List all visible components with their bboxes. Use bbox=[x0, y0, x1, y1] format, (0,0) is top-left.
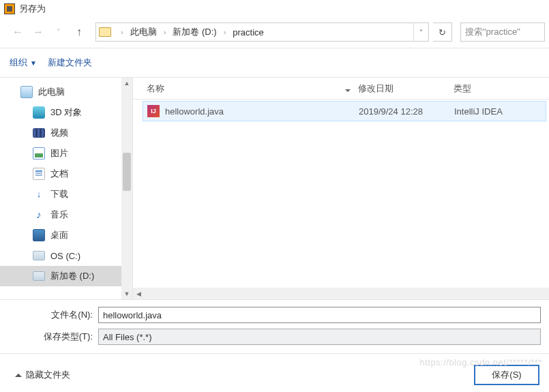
column-header-type[interactable]: 类型 bbox=[454, 82, 549, 95]
file-list-pane: 名称 修改日期 类型 IJ helloworld.java 2019/9/24 … bbox=[133, 78, 549, 299]
column-header-name[interactable]: 名称 bbox=[133, 82, 358, 95]
file-rows: IJ helloworld.java 2019/9/24 12:28 Intel… bbox=[133, 100, 549, 288]
scroll-thumb[interactable] bbox=[123, 153, 131, 191]
tree-item-label: 下载 bbox=[50, 188, 68, 200]
breadcrumb-item[interactable]: practice bbox=[230, 23, 267, 41]
tree-item-desktop[interactable]: 桌面 bbox=[0, 225, 121, 245]
scroll-down-icon[interactable]: ▼ bbox=[121, 288, 132, 299]
scroll-left-icon[interactable]: ◀ bbox=[133, 288, 145, 299]
picture-icon bbox=[33, 147, 45, 160]
tree-item-pictures[interactable]: 图片 bbox=[0, 143, 121, 164]
save-form: 文件名(N): helloworld.java 保存类型(T): All Fil… bbox=[0, 299, 549, 353]
drive-icon bbox=[33, 251, 45, 260]
tree-item-drive-c[interactable]: OS (C:) bbox=[0, 245, 121, 266]
address-bar-row: ← → ˅ ↑ › 此电脑 › 新加卷 (D:) › practice ˅ ↻ … bbox=[0, 19, 549, 48]
filetype-value: All Files (*.*) bbox=[103, 332, 152, 342]
column-label: 类型 bbox=[454, 83, 471, 93]
breadcrumb-bar[interactable]: › 此电脑 › 新加卷 (D:) › practice ˅ bbox=[95, 22, 429, 42]
breadcrumb-item[interactable]: 新加卷 (D:) bbox=[170, 23, 219, 41]
tree-item-this-pc[interactable]: 此电脑 bbox=[0, 82, 121, 102]
tree-item-label: 图片 bbox=[50, 147, 68, 160]
chevron-right-icon[interactable]: › bbox=[117, 28, 128, 36]
organize-label: 组织 bbox=[10, 57, 27, 69]
column-header-date[interactable]: 修改日期 bbox=[358, 82, 454, 95]
tree-item-label: 桌面 bbox=[50, 229, 68, 241]
music-icon: ♪ bbox=[33, 209, 45, 221]
video-icon bbox=[33, 128, 45, 138]
search-input[interactable]: 搜索"practice" bbox=[460, 22, 545, 42]
filename-row: 文件名(N): helloworld.java bbox=[8, 307, 541, 323]
save-button-label: 保存(S) bbox=[492, 369, 521, 381]
3d-icon bbox=[33, 106, 45, 119]
filetype-row: 保存类型(T): All Files (*.*) bbox=[8, 329, 541, 345]
forward-button[interactable]: → bbox=[30, 24, 46, 40]
chevron-down-icon: ▼ bbox=[30, 59, 37, 67]
tree-item-drive-d[interactable]: 新加卷 (D:) bbox=[0, 266, 121, 286]
file-type: IntelliJ IDEA bbox=[454, 106, 546, 117]
tree-item-documents[interactable]: 文档 bbox=[0, 164, 121, 184]
dialog-body: 此电脑 3D 对象 视频 图片 文档 ↓ 下载 bbox=[0, 78, 549, 299]
tree-item-downloads[interactable]: ↓ 下载 bbox=[0, 184, 121, 205]
filetype-combo[interactable]: All Files (*.*) bbox=[98, 329, 541, 345]
filetype-label: 保存类型(T): bbox=[8, 331, 98, 343]
download-icon: ↓ bbox=[33, 188, 45, 200]
navigation-pane: 此电脑 3D 对象 视频 图片 文档 ↓ 下载 bbox=[0, 78, 133, 299]
scroll-up-icon[interactable]: ▲ bbox=[121, 78, 132, 89]
tree-item-label: 此电脑 bbox=[38, 86, 65, 98]
search-placeholder: 搜索"practice" bbox=[465, 26, 520, 38]
organize-button[interactable]: 组织 ▼ bbox=[10, 57, 37, 69]
filename-input[interactable]: helloworld.java bbox=[98, 307, 541, 323]
file-name-cell: IJ helloworld.java bbox=[143, 105, 359, 117]
intellij-icon: IJ bbox=[147, 105, 160, 117]
tree-item-label: 视频 bbox=[50, 127, 68, 139]
folder-tree: 此电脑 3D 对象 视频 图片 文档 ↓ 下载 bbox=[0, 82, 132, 286]
back-button[interactable]: ← bbox=[10, 24, 26, 40]
title-bar: 另存为 bbox=[0, 0, 549, 19]
pc-icon bbox=[20, 86, 33, 98]
chevron-right-icon[interactable]: › bbox=[160, 28, 170, 36]
tree-item-label: 新加卷 (D:) bbox=[50, 270, 94, 282]
tree-item-label: 音乐 bbox=[50, 209, 68, 221]
document-icon bbox=[33, 168, 45, 180]
filename-value: helloworld.java bbox=[103, 310, 162, 320]
tree-item-label: 3D 对象 bbox=[50, 106, 82, 119]
chevron-up-icon bbox=[15, 374, 22, 377]
address-dropdown-button[interactable]: ˅ bbox=[413, 23, 428, 41]
recent-locations-button[interactable]: ˅ bbox=[50, 24, 67, 40]
chevron-down-icon bbox=[345, 89, 351, 92]
up-button[interactable]: ↑ bbox=[71, 24, 87, 40]
column-label: 修改日期 bbox=[358, 83, 394, 93]
drive-icon bbox=[33, 271, 45, 281]
window-title: 另存为 bbox=[19, 3, 46, 15]
breadcrumb-item[interactable]: 此电脑 bbox=[128, 23, 160, 41]
tree-item-music[interactable]: ♪ 音乐 bbox=[0, 205, 121, 225]
app-icon bbox=[4, 3, 15, 14]
toolbar: 组织 ▼ 新建文件夹 bbox=[0, 48, 549, 77]
file-row[interactable]: IJ helloworld.java 2019/9/24 12:28 Intel… bbox=[143, 101, 546, 121]
horizontal-scrollbar[interactable]: ◀ bbox=[133, 288, 549, 299]
file-name: helloworld.java bbox=[165, 106, 224, 117]
new-folder-button[interactable]: 新建文件夹 bbox=[48, 57, 92, 69]
desktop-icon bbox=[33, 229, 45, 241]
tree-item-label: OS (C:) bbox=[50, 251, 80, 261]
refresh-button[interactable]: ↻ bbox=[433, 22, 452, 42]
tree-item-label: 文档 bbox=[50, 168, 68, 180]
dialog-footer: 隐藏文件夹 保存(S) bbox=[0, 354, 549, 392]
save-button[interactable]: 保存(S) bbox=[474, 365, 539, 385]
hide-folders-button[interactable]: 隐藏文件夹 bbox=[15, 369, 70, 381]
hide-folders-label: 隐藏文件夹 bbox=[26, 369, 70, 381]
filename-label: 文件名(N): bbox=[8, 309, 98, 321]
tree-item-3d-objects[interactable]: 3D 对象 bbox=[0, 102, 121, 123]
nav-scrollbar[interactable]: ▲ ▼ bbox=[121, 78, 132, 299]
chevron-right-icon[interactable]: › bbox=[220, 28, 231, 36]
new-folder-label: 新建文件夹 bbox=[48, 57, 92, 69]
folder-icon bbox=[99, 27, 111, 37]
column-label: 名称 bbox=[147, 83, 164, 93]
column-headers: 名称 修改日期 类型 bbox=[133, 78, 549, 100]
file-date: 2019/9/24 12:28 bbox=[359, 106, 454, 117]
tree-item-videos[interactable]: 视频 bbox=[0, 123, 121, 143]
